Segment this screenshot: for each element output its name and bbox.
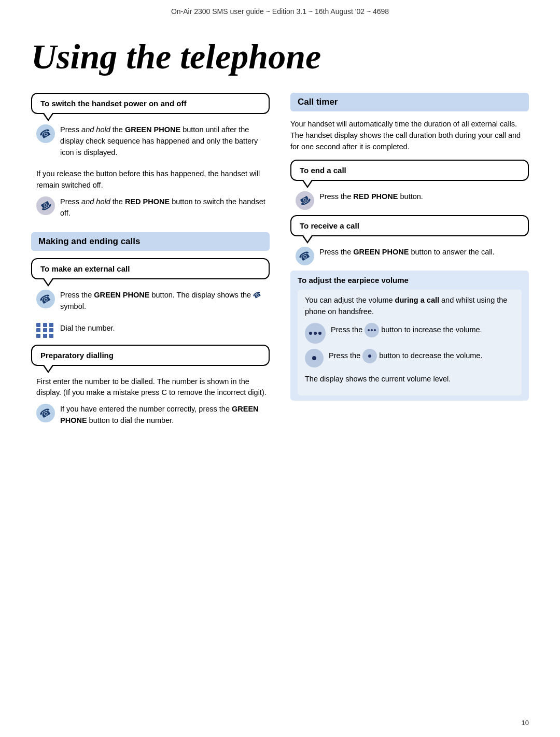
left-column: To switch the handset power on and off ☎… — [31, 93, 270, 437]
adjust-volume-title: To adjust the earpiece volume — [298, 276, 522, 285]
page-header: On-Air 2300 SMS user guide ~ Edition 3.1… — [0, 0, 560, 21]
green-phone-icon-4: ☎ — [296, 247, 314, 265]
prep-dialling-title: Preparatory dialling — [40, 351, 260, 360]
power-release-text: If you release the button before this ha… — [36, 168, 270, 191]
green-phone-icon: ☎ — [36, 124, 55, 143]
volume-decrease-row: Press the button to decrease the volume. — [305, 349, 514, 368]
red-phone-icon-2: ☎ — [296, 191, 314, 210]
volume-decrease-text: Press the button to decrease the volume. — [329, 349, 482, 363]
receive-call-row: ☎ Press the GREEN PHONE button to answer… — [296, 247, 529, 265]
receive-call-content: ☎ Press the GREEN PHONE button to answer… — [290, 247, 529, 265]
call-timer-heading: Call timer — [290, 93, 529, 111]
red-phone-icon: ☎ — [36, 196, 55, 215]
external-call-text1: Press the GREEN PHONE button. The displa… — [60, 290, 270, 313]
volume-display-text: The display shows the current volume lev… — [305, 374, 514, 385]
power-off-row: ☎ Press and hold the RED PHONE button to… — [36, 196, 270, 224]
content-area: To switch the handset power on and off ☎… — [0, 93, 560, 437]
power-content: ☎ Press and hold the GREEN PHONE button … — [31, 124, 270, 224]
dot-less-icon — [305, 349, 324, 367]
external-call-content: ☎ Press the GREEN PHONE button. The disp… — [31, 290, 270, 339]
volume-increase-row: Press the button to increase the volume. — [305, 323, 514, 344]
power-box-title: To switch the handset power on and off — [40, 99, 260, 108]
power-on-row: ☎ Press and hold the GREEN PHONE button … — [36, 124, 270, 163]
inline-dots-more-icon — [365, 323, 379, 337]
prep-dialling-text1: First enter the number to be dialled. Th… — [36, 376, 270, 399]
external-call-row2: Dial the number. — [36, 323, 270, 339]
end-call-title: To end a call — [300, 166, 520, 175]
receive-call-title: To receive a call — [300, 221, 520, 230]
header-text: On-Air 2300 SMS user guide ~ Edition 3.1… — [171, 7, 389, 16]
prep-dialling-row2: ☎ If you have entered the number correct… — [36, 404, 270, 432]
prep-dialling-box: Preparatory dialling — [31, 345, 270, 366]
inline-dot-less-icon — [362, 349, 377, 363]
right-column: Call timer Your handset will automatical… — [290, 93, 529, 437]
green-phone-icon-2: ☎ — [36, 290, 55, 308]
dots-more-icon — [305, 323, 326, 344]
end-call-row: ☎ Press the RED PHONE button. — [296, 191, 529, 210]
prep-dialling-text2: If you have entered the number correctly… — [60, 404, 270, 427]
external-call-box: To make an external call — [31, 258, 270, 279]
external-call-row1: ☎ Press the GREEN PHONE button. The disp… — [36, 290, 270, 318]
call-timer-text: Your handset will automatically time the… — [290, 119, 529, 152]
end-call-text: Press the RED PHONE button. — [319, 191, 423, 203]
external-call-title: To make an external call — [40, 264, 260, 273]
green-phone-icon-3: ☎ — [36, 404, 55, 422]
volume-content: You can adjust the volume during a call … — [298, 290, 522, 395]
receive-call-box: To receive a call — [290, 215, 529, 236]
power-off-text: Press and hold the RED PHONE button to s… — [60, 196, 270, 219]
adjust-volume-text1: You can adjust the volume during a call … — [305, 295, 514, 318]
power-section-box: To switch the handset power on and off — [31, 93, 270, 114]
adjust-volume-section: To adjust the earpiece volume You can ad… — [290, 271, 529, 400]
volume-increase-text: Press the button to increase the volume. — [331, 323, 482, 337]
external-call-text2: Dial the number. — [60, 323, 115, 334]
page-number: 10 — [522, 719, 529, 727]
page-title: Using the telephone — [0, 21, 560, 93]
end-call-box: To end a call — [290, 160, 529, 181]
keypad-icon — [36, 323, 55, 338]
end-call-content: ☎ Press the RED PHONE button. — [290, 191, 529, 210]
making-calls-heading: Making and ending calls — [31, 232, 270, 251]
prep-dialling-content: First enter the number to be dialled. Th… — [31, 376, 270, 432]
receive-call-text: Press the GREEN PHONE button to answer t… — [319, 247, 495, 258]
power-on-text: Press and hold the GREEN PHONE button un… — [60, 124, 270, 158]
